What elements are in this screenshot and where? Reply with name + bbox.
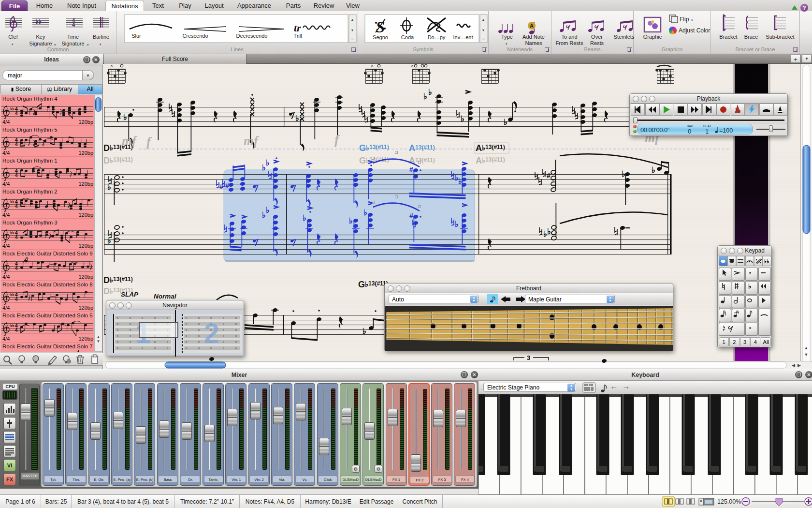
svg-text:Names: Names [525, 40, 542, 46]
svg-text:▾: ▾ [100, 43, 102, 46]
svg-text:#: # [409, 165, 413, 173]
svg-text:Clef: Clef [8, 34, 18, 40]
svg-text:☰: ☰ [351, 37, 354, 41]
svg-text:♭: ♭ [458, 177, 462, 186]
svg-text:Flip: Flip [680, 16, 689, 23]
svg-text:♭: ♭ [262, 210, 266, 220]
svg-text:♭: ♭ [295, 114, 299, 123]
svg-text:♭: ♭ [547, 227, 551, 236]
svg-text:♭♭: ♭♭ [10, 106, 14, 111]
svg-text:♭: ♭ [504, 118, 508, 127]
svg-text:♭: ♭ [748, 283, 752, 290]
svg-text:4: 4 [15, 111, 18, 116]
svg-text:4: 4 [15, 204, 18, 209]
svg-text:4: 4 [15, 173, 18, 178]
svg-text:♭♭: ♭♭ [10, 292, 14, 297]
svg-text:Graphic: Graphic [643, 34, 662, 40]
svg-text:Type: Type [501, 34, 513, 40]
svg-text:4: 4 [15, 297, 18, 302]
svg-text:♭: ♭ [107, 182, 111, 192]
svg-text:×: × [371, 63, 373, 68]
svg-text:4: 4 [15, 235, 18, 240]
svg-text:♭♭: ♭♭ [10, 323, 14, 328]
svg-text:From Rests: From Rests [556, 40, 583, 46]
svg-text:Crescendo: Crescendo [182, 33, 208, 39]
svg-text:Adjust Color: Adjust Color [679, 27, 710, 34]
svg-text:Coda: Coda [401, 34, 414, 40]
svg-text:▾: ▾ [54, 43, 56, 46]
svg-text:Over: Over [591, 34, 603, 40]
svg-text:♭: ♭ [107, 236, 111, 245]
svg-text:☰: ☰ [482, 37, 485, 41]
svg-text:#: # [409, 212, 413, 220]
svg-text:Do…py: Do…py [428, 34, 446, 40]
svg-text:Barline: Barline [93, 34, 109, 40]
svg-text:Slur: Slur [131, 33, 141, 39]
svg-text:tr: tr [294, 22, 301, 34]
svg-text:▾: ▾ [87, 43, 89, 46]
svg-text:Bracket: Bracket [719, 34, 737, 40]
svg-text:Brace: Brace [744, 34, 758, 40]
svg-text:To and: To and [561, 34, 577, 40]
svg-text:▲: ▲ [351, 18, 354, 21]
svg-text:×: × [411, 63, 413, 68]
svg-text:♭♭: ♭♭ [10, 199, 14, 204]
svg-text:Sub-bracket: Sub-bracket [766, 34, 794, 40]
svg-text:Time: Time [67, 34, 79, 40]
svg-text:▾: ▾ [12, 43, 14, 46]
svg-text:▾: ▾ [691, 18, 693, 22]
svg-text:♭: ♭ [423, 92, 427, 101]
svg-text:4: 4 [72, 22, 75, 28]
svg-text:Signature: Signature [29, 41, 52, 46]
svg-text:#: # [225, 182, 229, 190]
svg-text:▶: ▶ [798, 363, 801, 368]
svg-text:▼: ▼ [804, 352, 809, 357]
svg-text:Decrescendo: Decrescendo [236, 33, 268, 39]
svg-text:▾: ▾ [506, 42, 508, 45]
svg-text:Add Note: Add Note [522, 34, 545, 40]
svg-text:♭♭: ♭♭ [10, 230, 14, 235]
svg-text:Inv…ent: Inv…ent [453, 34, 473, 40]
svg-text:125.00%: 125.00% [717, 498, 741, 505]
svg-text:3: 3 [527, 354, 530, 361]
svg-text:♭: ♭ [543, 229, 547, 239]
svg-text:▼: ▼ [482, 29, 485, 32]
svg-text:♭: ♭ [363, 208, 367, 217]
svg-text:♭: ♭ [303, 213, 306, 223]
svg-text:Segno: Segno [373, 34, 388, 40]
svg-text:×: × [110, 63, 113, 68]
svg-text:▲: ▲ [804, 345, 809, 350]
svg-text:Trill: Trill [293, 33, 302, 39]
svg-text:=100: =100 [719, 127, 733, 134]
svg-text:♭: ♭ [428, 88, 432, 97]
svg-text:♭: ♭ [367, 220, 371, 229]
svg-text:♭♭: ♭♭ [764, 258, 769, 264]
svg-text:♭: ♭ [123, 113, 127, 122]
svg-text:4: 4 [15, 266, 18, 271]
svg-text:Stemlets: Stemlets [614, 34, 635, 40]
svg-text:#: # [547, 172, 551, 179]
svg-text:▲: ▲ [482, 18, 485, 21]
svg-text:♭: ♭ [455, 220, 459, 229]
svg-text:◀: ◀ [792, 363, 795, 368]
svg-text:mf: mf [244, 134, 260, 148]
svg-text:4: 4 [15, 328, 18, 333]
svg-text:Signature: Signature [61, 41, 84, 46]
svg-text:Rests: Rests [590, 40, 604, 46]
svg-text:♭: ♭ [622, 169, 625, 179]
svg-text:♭: ♭ [349, 216, 353, 225]
svg-text:Normal: Normal [154, 293, 176, 300]
svg-text:♭: ♭ [652, 165, 655, 175]
svg-text:▼: ▼ [351, 29, 354, 32]
svg-text:4: 4 [15, 142, 18, 147]
svg-text:A: A [530, 23, 534, 29]
svg-text:Key: Key [36, 34, 45, 40]
svg-text:♭♭: ♭♭ [36, 18, 42, 25]
svg-text:♭: ♭ [266, 158, 270, 167]
svg-text:♭: ♭ [461, 114, 464, 123]
svg-text:♭: ♭ [262, 163, 266, 172]
svg-text:♭: ♭ [266, 206, 270, 215]
svg-text:♭: ♭ [362, 327, 366, 336]
svg-text:SLAP: SLAP [121, 291, 139, 298]
